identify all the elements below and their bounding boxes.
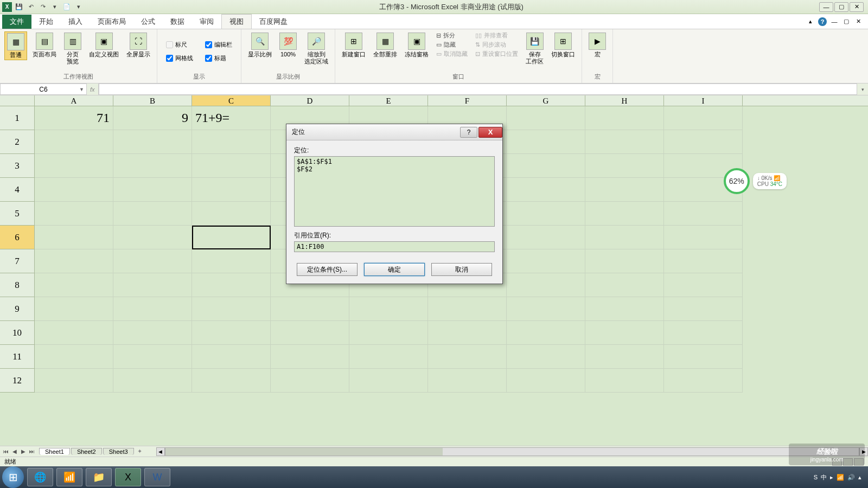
performance-widget[interactable]: 62% ↓ 0K/s 📶 CPU 34°C — [724, 168, 787, 194]
tray-flag-icon[interactable]: ▸ — [830, 474, 833, 481]
switch-windows-button[interactable]: ⊞切换窗口 — [549, 31, 577, 59]
row-header-11[interactable]: 11 — [0, 345, 35, 369]
save-icon[interactable]: 💾 — [14, 2, 24, 12]
cell-B2[interactable] — [113, 130, 192, 154]
cell-C10[interactable] — [192, 321, 271, 345]
cell-E11[interactable] — [349, 345, 428, 369]
col-header-D[interactable]: D — [271, 95, 349, 106]
cell-B7[interactable] — [113, 249, 192, 273]
cell-A2[interactable] — [35, 130, 113, 154]
sheet-nav-prev-icon[interactable]: ◀ — [11, 448, 18, 454]
col-header-C[interactable]: C — [192, 95, 271, 106]
cell-H7[interactable] — [585, 249, 664, 273]
col-header-G[interactable]: G — [507, 95, 585, 106]
cell-H8[interactable] — [585, 273, 664, 297]
cell-A7[interactable] — [35, 249, 113, 273]
zoom-selection-button[interactable]: 🔎缩放到 选定区域 — [302, 31, 330, 66]
cell-B4[interactable] — [113, 178, 192, 202]
freeze-panes-button[interactable]: ▣冻结窗格 — [403, 31, 431, 59]
special-button[interactable]: 定位条件(S)... — [297, 263, 358, 276]
undo-icon[interactable]: ↶ — [26, 2, 36, 12]
cell-C7[interactable] — [192, 249, 271, 273]
task-excel-icon[interactable]: X — [115, 468, 141, 486]
cell-A5[interactable] — [35, 202, 113, 226]
cell-A11[interactable] — [35, 345, 113, 369]
cell-A10[interactable] — [35, 321, 113, 345]
save-workspace-button[interactable]: 💾保存 工作区 — [524, 31, 546, 66]
row-header-3[interactable]: 3 — [0, 154, 35, 178]
new-sheet-icon[interactable]: ✦ — [134, 448, 145, 455]
cell-G7[interactable] — [507, 249, 585, 273]
view-pagelayout-button[interactable]: ▤页面布局 — [30, 31, 59, 59]
cell-G2[interactable] — [507, 130, 585, 154]
cell-I2[interactable] — [664, 130, 743, 154]
dialog-close-button[interactable]: X — [478, 127, 502, 138]
sheet-nav-first-icon[interactable]: ⏮ — [2, 448, 10, 454]
cell-H5[interactable] — [585, 202, 664, 226]
task-word-icon[interactable]: W — [144, 468, 170, 486]
cell-H12[interactable] — [585, 369, 664, 393]
cell-I8[interactable] — [664, 273, 743, 297]
row-header-1[interactable]: 1 — [0, 106, 35, 130]
cell-H11[interactable] — [585, 345, 664, 369]
tray-lang-icon[interactable]: 中 — [821, 473, 827, 481]
cell-G9[interactable] — [507, 297, 585, 321]
cell-C9[interactable] — [192, 297, 271, 321]
cell-H10[interactable] — [585, 321, 664, 345]
tray-net-icon[interactable]: 📶 — [837, 474, 844, 481]
cell-B1[interactable]: 9 — [113, 106, 192, 130]
tab-formulas[interactable]: 公式 — [133, 15, 163, 29]
cell-F10[interactable] — [428, 321, 507, 345]
doc-icon[interactable]: 📄 — [62, 2, 72, 12]
close-button[interactable]: ✕ — [850, 2, 864, 12]
cell-H1[interactable] — [585, 106, 664, 130]
cell-B3[interactable] — [113, 154, 192, 178]
zoom-100-button[interactable]: 💯100% — [277, 31, 299, 59]
cell-A3[interactable] — [35, 154, 113, 178]
cell-D11[interactable] — [271, 345, 349, 369]
sheet-nav-last-icon[interactable]: ⏭ — [28, 448, 36, 454]
cell-I5[interactable] — [664, 202, 743, 226]
hide-button[interactable]: ▭ 隐藏 — [436, 41, 468, 49]
hscroll-left-icon[interactable]: ◀ — [156, 447, 165, 456]
cell-C1[interactable]: 71+9= — [192, 106, 271, 130]
row-header-7[interactable]: 7 — [0, 249, 35, 273]
goto-list[interactable]: $A$1:$F$1 $F$2 — [294, 156, 495, 227]
start-button[interactable]: ⊞ — [2, 466, 24, 488]
row-header-6[interactable]: 6 — [0, 226, 35, 249]
col-header-I[interactable]: I — [664, 95, 743, 106]
cell-B5[interactable] — [113, 202, 192, 226]
ok-button[interactable]: 确定 — [364, 263, 425, 276]
cell-D10[interactable] — [271, 321, 349, 345]
tab-file[interactable]: 文件 — [2, 15, 31, 29]
col-header-A[interactable]: A — [35, 95, 113, 106]
row-header-10[interactable]: 10 — [0, 321, 35, 345]
minimize-button[interactable]: — — [819, 2, 833, 12]
tab-review[interactable]: 审阅 — [192, 15, 221, 29]
doc-minimize-icon[interactable]: — — [830, 17, 839, 26]
cell-C4[interactable] — [192, 178, 271, 202]
cell-A8[interactable] — [35, 273, 113, 297]
tray-more-icon[interactable]: ▴ — [858, 474, 861, 481]
ribbon-min-icon[interactable]: ▴ — [806, 17, 815, 26]
cell-G10[interactable] — [507, 321, 585, 345]
help-icon[interactable]: ? — [818, 17, 827, 26]
cell-E10[interactable] — [349, 321, 428, 345]
view-pagebreak-button[interactable]: ▥分页 预览 — [62, 31, 84, 66]
col-header-H[interactable]: H — [585, 95, 664, 106]
cell-I1[interactable] — [664, 106, 743, 130]
cell-I12[interactable] — [664, 369, 743, 393]
tab-insert[interactable]: 插入 — [61, 15, 90, 29]
cell-B11[interactable] — [113, 345, 192, 369]
view-fullscreen-button[interactable]: ⛶全屏显示 — [124, 31, 152, 59]
dialog-help-button[interactable]: ? — [460, 127, 477, 138]
formula-input[interactable] — [99, 84, 857, 95]
qat-more-icon[interactable]: ▾ — [50, 2, 60, 12]
fx-icon[interactable]: fx — [90, 86, 95, 93]
cell-G1[interactable] — [507, 106, 585, 130]
col-header-E[interactable]: E — [349, 95, 428, 106]
cell-A12[interactable] — [35, 369, 113, 393]
cell-F11[interactable] — [428, 345, 507, 369]
cell-B12[interactable] — [113, 369, 192, 393]
row-header-2[interactable]: 2 — [0, 130, 35, 154]
